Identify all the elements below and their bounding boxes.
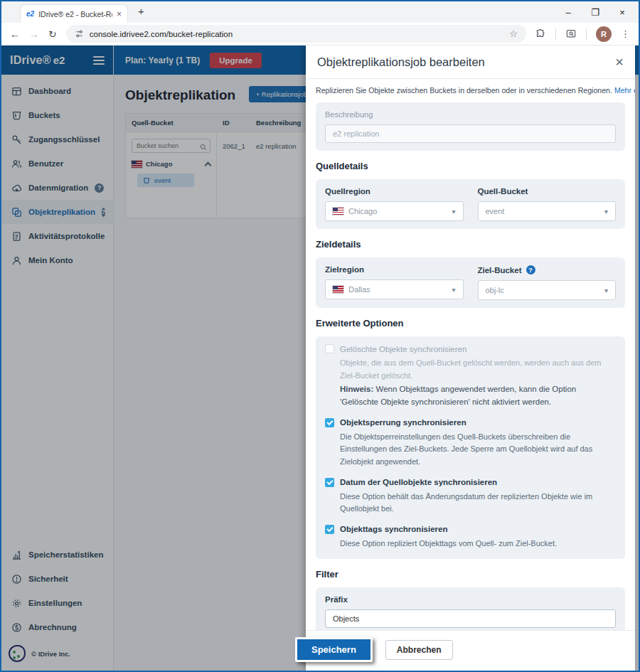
window-close-button[interactable]: × [609, 1, 636, 23]
filter-section: Präfix Objekttags project:1 × + [316, 587, 625, 630]
checkbox-unchecked-disabled[interactable] [325, 344, 334, 353]
us-flag-icon [333, 208, 343, 215]
maximize-button[interactable]: ❐ [582, 1, 609, 23]
tab-title: IDrive® e2 - Bucket-Replikation [38, 10, 112, 18]
chevron-down-icon: ▾ [604, 287, 608, 294]
source-bucket-label: Quell-Bucket [478, 187, 617, 196]
source-region-select: Chicago ▾ [325, 201, 464, 221]
source-details-section: Quellregion Chicago ▾ Quell-Bucket event [316, 179, 625, 229]
description-input: e2 replication [325, 124, 616, 143]
source-details-heading: Quelldetails [316, 161, 625, 171]
checkbox-checked[interactable] [325, 418, 334, 427]
option-sync-deleted-objects: Gelöschte Objekte synchronisieren Objekt… [325, 344, 616, 409]
chevron-down-icon: ▾ [452, 286, 455, 294]
url-text[interactable]: console.idrivee2.com/bucket-replication [90, 30, 504, 38]
menu-kebab-icon[interactable]: ⋮ [621, 28, 630, 39]
prefix-input[interactable] [325, 609, 616, 628]
extensions-icon[interactable] [535, 28, 546, 39]
learn-more-link[interactable]: Mehr erfahren [614, 86, 635, 95]
profile-avatar[interactable]: R [596, 26, 612, 42]
browser-window: e2 IDrive® e2 - Bucket-Replikation × + –… [0, 0, 640, 672]
edit-replication-job-panel: Objektreplikationsjob bearbeiten × Repli… [306, 46, 635, 671]
close-icon[interactable]: × [615, 55, 624, 69]
source-region-label: Quellregion [325, 187, 464, 196]
filter-heading: Filter [316, 569, 625, 580]
side-panel-search-icon[interactable] [565, 28, 577, 39]
option-note: Hinweis: Wenn Objekttags angewendet werd… [340, 383, 616, 409]
option-sync-source-date: Datum der Quellobjekte synchronisieren D… [325, 478, 616, 516]
chevron-down-icon: ▾ [452, 208, 455, 215]
save-button[interactable]: Speichern [295, 637, 373, 662]
advanced-options-heading: Erweiterte Optionen [316, 318, 625, 329]
option-sync-object-lock: Objektsperrung synchronisieren Die Objek… [325, 418, 616, 469]
source-bucket-select: event ▾ [478, 201, 617, 221]
forward-icon[interactable]: → [29, 28, 39, 40]
browser-tab[interactable]: e2 IDrive® e2 - Bucket-Replikation × [20, 4, 128, 23]
reload-icon[interactable]: ↻ [48, 28, 57, 40]
option-sync-object-tags: Objekttags synchronisieren Diese Option … [325, 525, 616, 550]
target-region-select: Dallas ▾ [325, 279, 464, 299]
description-label: Beschreibung [325, 110, 616, 119]
e2-favicon: e2 [26, 10, 34, 18]
target-details-heading: Zieldetails [316, 239, 625, 250]
chevron-down-icon: ▾ [604, 208, 608, 215]
panel-title: Objektreplikationsjob bearbeiten [317, 55, 485, 69]
checkbox-checked[interactable] [325, 525, 334, 534]
target-bucket-select[interactable]: obj-lc ▾ [478, 280, 617, 300]
prefix-label: Präfix [325, 595, 616, 604]
bookmark-star-icon[interactable]: ☆ [509, 28, 518, 39]
tab-close-icon[interactable]: × [117, 9, 122, 19]
tab-strip: e2 IDrive® e2 - Bucket-Replikation × + –… [1, 1, 639, 23]
minimize-button[interactable]: – [555, 1, 582, 23]
advanced-options-section: Gelöschte Objekte synchronisieren Objekt… [316, 336, 625, 559]
cancel-button[interactable]: Abbrechen [385, 640, 453, 660]
app-page: IDrive® e2 Dashboard Buckets Zugangsschl… [1, 46, 639, 671]
help-icon[interactable]: ? [526, 265, 535, 274]
back-icon[interactable]: ← [10, 28, 20, 40]
address-bar[interactable]: console.idrivee2.com/bucket-replication … [66, 25, 526, 43]
description-section: Beschreibung e2 replication [316, 102, 625, 151]
target-bucket-label: Ziel-Bucket? [478, 265, 617, 274]
site-info-icon[interactable] [75, 29, 84, 38]
us-flag-icon [333, 286, 343, 293]
target-details-section: Zielregion Dallas ▾ Ziel-Bucket? obj-lc [316, 257, 625, 308]
browser-toolbar: ← → ↻ console.idrivee2.com/bucket-replic… [1, 23, 639, 46]
panel-intro: Replizieren Sie Objekte zwischen Buckets… [316, 86, 625, 95]
panel-footer: Speichern Abbrechen [306, 630, 635, 671]
new-tab-button[interactable]: + [138, 5, 144, 17]
target-region-label: Zielregion [325, 265, 464, 274]
checkbox-checked[interactable] [325, 478, 334, 487]
